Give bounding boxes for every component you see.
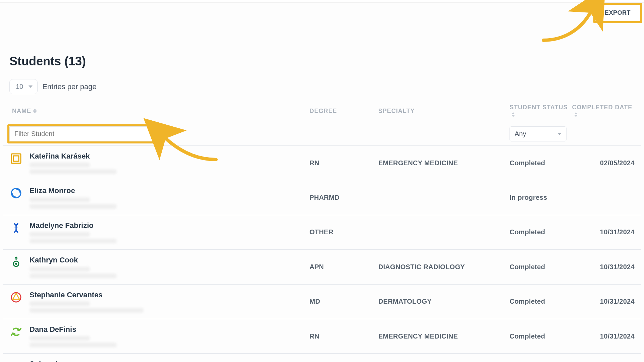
student-name: Eliza Monroe xyxy=(30,186,117,195)
entries-per-page-label: Entries per page xyxy=(42,82,96,91)
filter-student-box xyxy=(9,126,157,141)
redacted-line xyxy=(30,308,144,313)
status-cell: Completed xyxy=(509,159,572,167)
student-name: Dana DeFinis xyxy=(30,325,117,334)
degree-cell: APN xyxy=(310,263,378,271)
completed-date-cell: 10/31/2024 xyxy=(600,298,635,305)
degree-cell: OTHER xyxy=(310,228,378,236)
redacted-sublines xyxy=(30,301,144,313)
redacted-line xyxy=(30,301,90,306)
table-row[interactable]: Kateřina Karásek RN EMERGENCY MEDICINE C… xyxy=(3,146,641,180)
table-row[interactable]: Dana DeFinis RN EMERGENCY MEDICINE Compl… xyxy=(3,319,641,354)
page-title-row: Students (13) xyxy=(9,54,86,68)
table-filter-row: Any xyxy=(3,122,641,146)
redacted-line xyxy=(30,163,90,167)
status-cell: Completed xyxy=(509,333,572,340)
completed-date-cell: 10/31/2024 xyxy=(600,228,635,236)
redacted-line xyxy=(30,204,117,209)
col-header-status[interactable]: STUDENT STATUS xyxy=(509,104,572,118)
page-title-count-value: 13 xyxy=(68,54,82,68)
degree-cell: RN xyxy=(310,333,378,340)
name-cell: Eliza Monroe xyxy=(9,186,310,208)
redacted-sublines xyxy=(30,267,117,278)
col-header-specialty[interactable]: SPECIALTY xyxy=(378,108,415,115)
redacted-line xyxy=(30,274,117,278)
col-header-degree[interactable]: DEGREE xyxy=(310,108,337,115)
completed-date-cell: 02/05/2024 xyxy=(600,159,635,167)
specialty-cell: EMERGENCY MEDICINE xyxy=(378,333,509,340)
redacted-line xyxy=(30,267,90,272)
col-header-completed-date-label: COMPLETED DATE xyxy=(572,104,633,111)
redacted-line xyxy=(30,336,90,341)
avatar-icon xyxy=(9,152,23,165)
col-header-degree-label: DEGREE xyxy=(310,108,337,114)
col-header-name-label: NAME xyxy=(12,108,31,115)
status-filter-select[interactable]: Any xyxy=(509,126,567,141)
export-button[interactable]: EXPORT xyxy=(595,5,640,21)
table-row[interactable]: Stephanie Cervantes MD DERMATOLOGY Compl… xyxy=(3,285,641,319)
degree-cell: RN xyxy=(310,159,378,167)
svg-rect-0 xyxy=(11,154,21,163)
svg-rect-1 xyxy=(13,156,19,161)
redacted-line xyxy=(30,239,117,243)
avatar-icon xyxy=(9,325,23,339)
name-cell: Madelyne Fabrizio xyxy=(9,221,310,243)
redacted-line xyxy=(30,343,117,347)
filter-student-input[interactable] xyxy=(9,126,157,141)
redacted-sublines xyxy=(30,336,117,347)
table-row[interactable]: Madelyne Fabrizio OTHER Completed 10/31/… xyxy=(3,215,641,250)
entries-per-page-value: 10 xyxy=(16,83,23,90)
name-cell: Kateřina Karásek xyxy=(9,152,310,174)
specialty-cell: DIAGNOSTIC RADIOLOGY xyxy=(378,263,509,271)
avatar-icon xyxy=(9,291,23,304)
students-table: NAME DEGREE SPECIALTY STUDENT STATUS COM… xyxy=(3,104,641,362)
chevron-down-icon xyxy=(29,85,33,88)
sort-icon xyxy=(33,109,37,113)
degree-cell: PHARMD xyxy=(310,194,378,201)
svg-point-7 xyxy=(15,263,17,265)
name-cell: Suissa Lo xyxy=(9,360,310,362)
student-name: Stephanie Cervantes xyxy=(30,291,144,299)
avatar-icon xyxy=(9,256,23,269)
table-row[interactable]: Eliza Monroe PHARMD In progress xyxy=(3,180,641,215)
specialty-cell: DERMATOLOGY xyxy=(378,298,509,305)
table-header: NAME DEGREE SPECIALTY STUDENT STATUS COM… xyxy=(3,104,641,122)
table-row[interactable]: Kathryn Cook APN DIAGNOSTIC RADIOLOGY Co… xyxy=(3,250,641,284)
table-body: Kateřina Karásek RN EMERGENCY MEDICINE C… xyxy=(3,146,641,362)
student-name: Madelyne Fabrizio xyxy=(30,221,117,230)
completed-date-cell: 10/31/2024 xyxy=(600,263,635,271)
chevron-down-icon xyxy=(557,133,561,135)
header-strip xyxy=(0,0,644,3)
sort-icon xyxy=(574,112,578,117)
status-filter-value: Any xyxy=(515,130,526,138)
status-cell: Completed xyxy=(509,263,572,271)
sort-icon xyxy=(512,112,515,117)
entries-per-page-select[interactable]: 10 xyxy=(9,79,38,94)
status-cell: Completed xyxy=(509,228,572,236)
specialty-cell: EMERGENCY MEDICINE xyxy=(378,159,509,167)
student-name: Kateřina Karásek xyxy=(30,152,117,161)
col-header-status-label: STUDENT STATUS xyxy=(509,104,568,111)
col-header-name[interactable]: NAME xyxy=(9,108,310,115)
name-cell: Dana DeFinis xyxy=(9,325,310,347)
redacted-line xyxy=(30,232,90,237)
avatar-icon xyxy=(9,221,23,235)
entries-per-page-row: 10 Entries per page xyxy=(9,79,97,94)
redacted-line xyxy=(30,197,90,202)
student-name: Suissa Lo xyxy=(30,360,64,362)
col-header-completed-date[interactable]: COMPLETED DATE xyxy=(572,104,635,118)
page-title-text: Students xyxy=(9,54,61,68)
page-title-count: (13) xyxy=(64,54,86,68)
redacted-sublines xyxy=(30,232,117,243)
name-cell: Stephanie Cervantes xyxy=(9,291,310,313)
export-highlight-box: EXPORT xyxy=(593,3,642,23)
col-header-specialty-label: SPECIALTY xyxy=(378,108,415,114)
name-cell: Kathryn Cook xyxy=(9,256,310,278)
redacted-line xyxy=(30,169,117,174)
redacted-sublines xyxy=(30,163,117,174)
status-cell: In progress xyxy=(509,194,572,201)
table-row[interactable]: Suissa Lo xyxy=(3,354,641,362)
completed-date-cell: 10/31/2024 xyxy=(600,333,635,340)
page-root: EXPORT Students (13) 10 Entries per page xyxy=(0,0,644,362)
avatar-icon xyxy=(9,186,23,200)
